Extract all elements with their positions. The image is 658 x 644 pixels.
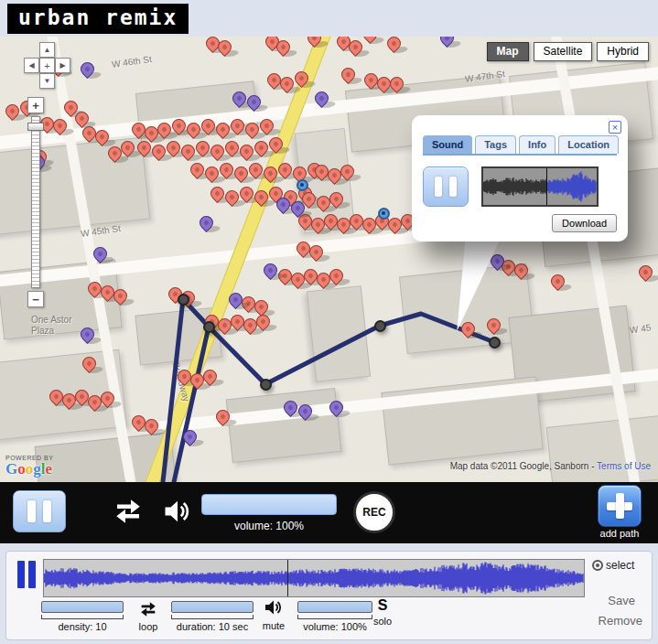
solo-symbol: S: [367, 597, 398, 614]
duration-slider[interactable]: [171, 601, 253, 613]
loop-control[interactable]: loop: [133, 599, 164, 632]
select-label: select: [606, 559, 634, 572]
zoom-slider-track[interactable]: [31, 116, 40, 288]
pause-bar: [28, 561, 36, 588]
google-logo-letter: g: [33, 460, 41, 478]
download-button[interactable]: Download: [552, 214, 617, 232]
google-logo-letter: G: [5, 460, 17, 478]
loop-icon[interactable]: [110, 495, 146, 528]
pan-right-button[interactable]: ▶: [55, 58, 70, 73]
track-waveform[interactable]: [43, 559, 585, 597]
track-panel: select density: 10 loop duration: 10 sec…: [5, 551, 653, 640]
waveform-divider: [287, 560, 288, 596]
remove-button[interactable]: Remove: [599, 614, 642, 628]
volume-icon[interactable]: [161, 494, 194, 529]
path-node[interactable]: [178, 294, 189, 306]
waveform-divider: [546, 168, 547, 205]
slider-bracket: [297, 615, 372, 619]
loop-icon: [138, 599, 158, 619]
pause-bar: [43, 500, 51, 522]
play-pause-button[interactable]: [13, 490, 66, 532]
zoom-out-button[interactable]: −: [27, 291, 44, 307]
path-node[interactable]: [489, 337, 501, 349]
add-path-button[interactable]: [598, 485, 642, 527]
save-button[interactable]: Save: [608, 594, 635, 607]
pause-bar: [27, 500, 36, 522]
duration-control: duration: 10 sec: [171, 601, 253, 632]
map-type-buttons: MapSatelliteHybrid: [487, 42, 649, 61]
google-logo-letter: o: [17, 460, 26, 478]
maptype-satellite[interactable]: Satellite: [534, 42, 593, 61]
tab-info[interactable]: Info: [519, 135, 556, 154]
path-node-layer: [0, 37, 658, 482]
map[interactable]: W 46th StW 47th StW 45th StOne Astor Pla…: [0, 37, 658, 482]
pause-bar: [17, 561, 25, 588]
map-zoom-control[interactable]: + −: [27, 97, 44, 307]
pan-down-button[interactable]: ▼: [39, 73, 55, 89]
select-control[interactable]: select: [592, 559, 634, 572]
map-attribution-left: POWERED BY Google: [5, 455, 53, 477]
track-volume-control: volume: 100%: [297, 601, 372, 632]
solo-label: solo: [367, 616, 398, 627]
map-attribution-right: Map data ©2011 Google, Sanborn - Terms o…: [450, 461, 651, 471]
pause-bar: [435, 177, 442, 197]
google-logo-letter: e: [45, 460, 52, 478]
download-row: Download: [423, 214, 617, 232]
pan-left-button[interactable]: ◀: [24, 58, 39, 73]
tab-sound[interactable]: Sound: [423, 135, 472, 154]
google-logo[interactable]: Google: [5, 461, 53, 477]
playback-toolbar: volume: 100% REC add path: [0, 482, 658, 543]
popup-body: [423, 166, 617, 207]
map-pan-control[interactable]: ▲ ◀ + ▶ ▼: [24, 42, 71, 90]
select-icon: [592, 560, 603, 571]
solo-control[interactable]: S solo: [367, 597, 398, 627]
urban-remix-app: urban remix W 46th StW 47th StW 45th StO…: [0, 0, 658, 644]
popup-tab-bar: SoundTagsInfoLocation: [423, 135, 617, 154]
track-volume-label: volume: 100%: [297, 621, 372, 632]
pan-center-button[interactable]: +: [39, 58, 55, 73]
path-node[interactable]: [203, 321, 215, 333]
maptype-hybrid[interactable]: Hybrid: [597, 42, 649, 61]
slider-bracket: [171, 615, 253, 619]
speaker-icon: [263, 596, 285, 618]
path-node[interactable]: [374, 320, 386, 332]
maptype-map[interactable]: Map: [487, 42, 529, 61]
loop-label: loop: [133, 621, 164, 632]
tab-location[interactable]: Location: [558, 135, 619, 154]
plus-icon: [616, 493, 624, 519]
sound-play-pause-button[interactable]: [423, 166, 469, 207]
track-volume-slider[interactable]: [297, 601, 372, 613]
duration-label: duration: 10 sec: [171, 621, 253, 632]
track-pause-icon[interactable]: [17, 561, 38, 588]
density-control: density: 10: [41, 601, 124, 632]
density-label: density: 10: [41, 621, 124, 632]
close-icon[interactable]: ×: [609, 121, 621, 134]
app-header: urban remix: [7, 4, 189, 34]
density-slider[interactable]: [41, 601, 124, 613]
app-title: urban remix: [18, 5, 178, 29]
tab-underline: [423, 154, 617, 156]
slider-bracket: [41, 615, 124, 619]
mute-control[interactable]: mute: [255, 596, 292, 631]
pause-bar: [449, 177, 457, 197]
path-node[interactable]: [260, 379, 272, 391]
map-data-label: Map data ©2011 Google, Sanborn -: [450, 461, 597, 471]
volume-slider[interactable]: [201, 494, 337, 515]
pan-up-button[interactable]: ▲: [39, 42, 55, 58]
add-path-label: add path: [590, 528, 649, 539]
zoom-in-button[interactable]: +: [27, 97, 44, 113]
add-path: add path: [590, 485, 649, 539]
mute-label: mute: [255, 620, 292, 631]
sound-popup: × SoundTagsInfoLocation Download: [412, 115, 628, 242]
sound-waveform-thumbnail: [481, 166, 599, 207]
google-logo-letter: o: [26, 460, 34, 478]
volume-label: volume: 100%: [201, 520, 337, 532]
rec-button[interactable]: REC: [353, 491, 395, 533]
terms-link[interactable]: Terms of Use: [597, 461, 651, 471]
zoom-slider-handle[interactable]: [27, 123, 44, 131]
tab-tags[interactable]: Tags: [475, 135, 516, 154]
